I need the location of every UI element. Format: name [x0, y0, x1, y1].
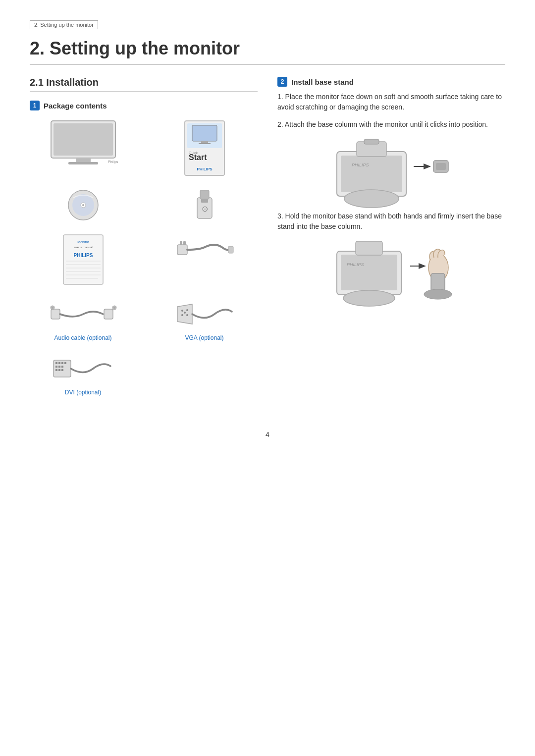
svg-rect-70 [356, 241, 382, 255]
install-step-3: 3. Hold the monitor base stand with both… [277, 211, 505, 232]
package-item-vga: VGA (optional) [151, 297, 258, 341]
svg-rect-52 [55, 366, 57, 368]
audiocable-label: Audio cable (optional) [54, 334, 111, 341]
breadcrumb: 2. Setting up the monitor [30, 20, 98, 29]
section-21-heading: 2.1 Installation [30, 77, 258, 92]
svg-point-71 [343, 290, 395, 306]
package-item-powercable [151, 232, 258, 287]
svg-text:Monitor: Monitor [77, 240, 89, 244]
package-item-manual: Monitor user's manual PHILIPS [30, 232, 136, 287]
package-item-usb: ⊙ [151, 188, 258, 222]
svg-rect-8 [201, 141, 208, 143]
svg-rect-57 [61, 369, 63, 371]
svg-rect-33 [183, 241, 186, 245]
package-item-cd [30, 188, 136, 222]
svg-rect-18 [200, 190, 209, 199]
dvi-label: DVI (optional) [65, 389, 101, 396]
svg-text:Philips: Philips [108, 160, 118, 164]
svg-text:PHILIPS: PHILIPS [73, 253, 93, 258]
svg-rect-9 [199, 143, 211, 144]
svg-rect-50 [61, 362, 63, 364]
svg-rect-2 [76, 158, 91, 162]
usb-icon: ⊙ [192, 188, 217, 222]
base-install-diagram-2: PHILIPS [327, 239, 456, 313]
package-item-monitor: Philips [30, 118, 136, 178]
left-column: 2.1 Installation 1 Package contents Phil… [30, 77, 258, 401]
svg-point-45 [186, 314, 188, 316]
svg-rect-67 [436, 163, 446, 170]
svg-text:Start: Start [189, 153, 207, 162]
badge-1: 1 [30, 101, 40, 110]
manual-icon: Monitor user's manual PHILIPS [61, 232, 106, 287]
package-grid: Philips Quick Start PHILIPS [30, 118, 258, 396]
svg-rect-31 [177, 245, 187, 255]
audiocable-icon [49, 297, 118, 331]
svg-point-77 [424, 289, 452, 299]
cd-icon [66, 188, 101, 222]
powercable-icon [175, 232, 234, 267]
svg-point-62 [344, 190, 399, 208]
package-contents-heading: 1 Package contents [30, 101, 258, 110]
svg-rect-32 [180, 241, 182, 245]
install-base-stand-heading: 2 Install base stand [277, 77, 505, 87]
svg-rect-69 [341, 255, 397, 290]
svg-text:PHILIPS: PHILIPS [197, 167, 213, 171]
svg-point-46 [184, 312, 186, 314]
base-install-diagram-1: PHILIPS [327, 137, 456, 211]
install-step-1: 1. Place the monitor face down on soft a… [277, 92, 505, 112]
svg-rect-55 [55, 369, 57, 371]
svg-point-37 [52, 307, 54, 309]
package-item-dvi: DVI (optional) [30, 351, 136, 396]
svg-point-44 [181, 314, 183, 316]
svg-point-42 [181, 310, 183, 312]
svg-rect-49 [58, 362, 60, 364]
svg-marker-64 [424, 163, 431, 169]
svg-text:PHILIPS: PHILIPS [352, 162, 369, 167]
vga-label: VGA (optional) [185, 334, 223, 341]
page-title: 2. Setting up the monitor [30, 38, 505, 65]
svg-point-43 [186, 309, 188, 311]
svg-rect-3 [68, 162, 98, 164]
svg-rect-54 [61, 366, 63, 368]
svg-rect-38 [104, 309, 113, 319]
base-install-illustration-2: PHILIPS [277, 239, 505, 313]
dvi-icon [51, 351, 115, 386]
svg-text:⊙: ⊙ [201, 205, 208, 213]
svg-rect-53 [58, 366, 60, 368]
right-column: 2 Install base stand 1. Place the monito… [277, 77, 505, 401]
svg-point-40 [113, 307, 115, 309]
vga-icon [175, 297, 234, 331]
svg-rect-1 [54, 123, 113, 156]
svg-text:PHILIPS: PHILIPS [347, 262, 364, 267]
svg-marker-41 [177, 304, 192, 324]
badge-2: 2 [277, 77, 287, 87]
svg-rect-56 [58, 369, 60, 371]
svg-rect-61 [364, 139, 379, 144]
svg-rect-19 [201, 199, 208, 203]
base-install-illustration-1: PHILIPS [277, 137, 505, 211]
install-step-2: 2. Attach the base column with the monit… [277, 119, 505, 130]
svg-rect-34 [228, 246, 233, 253]
svg-text:user's manual: user's manual [74, 246, 92, 249]
package-item-quickstart: Quick Start PHILIPS [151, 118, 258, 178]
svg-rect-7 [192, 125, 217, 141]
svg-point-16 [82, 204, 84, 206]
quickstart-icon: Quick Start PHILIPS [180, 118, 229, 178]
svg-rect-59 [341, 156, 402, 192]
svg-rect-51 [64, 362, 66, 364]
svg-marker-73 [419, 263, 426, 269]
svg-rect-48 [55, 362, 57, 364]
svg-rect-35 [51, 309, 60, 319]
page-number: 4 [30, 431, 505, 438]
monitor-icon: Philips [49, 118, 118, 168]
package-item-audiocable: Audio cable (optional) [30, 297, 136, 341]
